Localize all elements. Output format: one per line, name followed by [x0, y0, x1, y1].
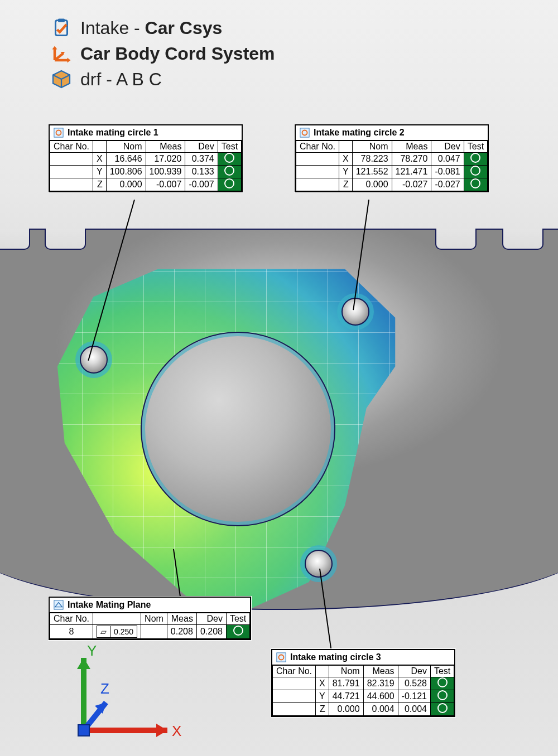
mating-hole-3 — [305, 550, 333, 578]
col-nom: Nom — [141, 613, 167, 625]
test-pass-indicator — [430, 690, 454, 703]
info-row-drf: drf - A B C — [50, 68, 275, 90]
plane-feature-icon — [53, 599, 64, 610]
info-drf-prefix: drf - — [80, 69, 116, 89]
test-pass-indicator — [464, 166, 487, 178]
svg-rect-7 — [277, 653, 286, 662]
col-char-no: Char No. — [50, 141, 93, 153]
col-test: Test — [218, 141, 241, 153]
circle-feature-icon — [276, 652, 287, 663]
callout-intake-mating-plane[interactable]: Intake Mating Plane Char No. Nom Meas De… — [49, 597, 251, 640]
callout-title: Intake mating circle 2 — [314, 128, 405, 138]
col-nom: Nom — [329, 666, 363, 677]
measurement-table: Char No. Nom Meas Dev Test X81.79182.319… — [272, 665, 454, 716]
callout-intake-mating-circle-2[interactable]: Intake mating circle 2 Char No. Nom Meas… — [295, 124, 489, 192]
info-row-csys: Car Body Cord System — [50, 42, 275, 65]
table-row: 8 ⏥ 0.250 0.208 0.208 — [50, 625, 250, 639]
info-intake-bold: Car Csys — [145, 18, 223, 38]
measurement-table: Char No. Nom Meas Dev Test X78.22378.270… — [296, 140, 488, 191]
measurement-table: Char No. Nom Meas Dev Test 8 ⏥ 0.250 0.2… — [50, 613, 250, 639]
table-row: Z0.000-0.027-0.027 — [296, 178, 488, 191]
callout-title: Intake Mating Plane — [68, 600, 151, 610]
tolerance-value: 0.250 — [110, 626, 137, 637]
alignment-info-block: Intake - Car Csys Car Body Cord System d… — [50, 17, 275, 94]
table-row: X81.79182.3190.528 — [273, 677, 454, 690]
col-char-no: Char No. — [296, 141, 339, 153]
col-dev: Dev — [431, 141, 464, 153]
test-pass-indicator — [464, 153, 487, 166]
col-test: Test — [464, 141, 487, 153]
col-char-no: Char No. — [273, 666, 316, 677]
svg-rect-4 — [300, 128, 309, 137]
svg-rect-6 — [54, 600, 63, 609]
test-pass-indicator — [218, 178, 241, 191]
callout-intake-mating-circle-1[interactable]: Intake mating circle 1 Char No. Nom Meas… — [49, 124, 243, 192]
table-row: Y44.72144.600-0.121 — [273, 690, 454, 703]
svg-marker-10 — [156, 724, 167, 737]
table-row: Y121.552121.471-0.081 — [296, 166, 488, 178]
callout-intake-mating-circle-3[interactable]: Intake mating circle 3 Char No. Nom Meas… — [271, 649, 455, 717]
mating-hole-2 — [341, 298, 369, 326]
table-row: X16.64617.0200.374 — [50, 153, 242, 166]
col-meas: Meas — [146, 141, 185, 153]
svg-rect-1 — [58, 19, 65, 22]
info-drf-rest: A B C — [116, 69, 162, 89]
circle-feature-icon — [299, 127, 310, 138]
table-row: Y100.806100.9390.133 — [50, 166, 242, 178]
info-intake-prefix: Intake - — [80, 18, 145, 38]
measurement-table: Char No. Nom Meas Dev Test X16.64617.020… — [50, 140, 242, 191]
test-pass-indicator — [430, 703, 454, 716]
coordinate-triad[interactable]: X Y Z — [61, 647, 184, 747]
flatness-symbol-icon: ⏥ — [97, 626, 110, 637]
col-dev: Dev — [185, 141, 218, 153]
svg-marker-12 — [77, 658, 90, 669]
mating-hole-1 — [80, 346, 108, 374]
test-pass-indicator — [226, 625, 249, 639]
info-csys-label: Car Body Cord System — [80, 43, 275, 64]
col-meas: Meas — [363, 666, 398, 677]
col-test: Test — [430, 666, 454, 677]
col-meas: Meas — [167, 613, 196, 625]
table-row: Z0.0000.0040.004 — [273, 703, 454, 716]
cube-icon — [50, 68, 73, 90]
test-pass-indicator — [218, 166, 241, 178]
col-dev: Dev — [398, 666, 430, 677]
axes-icon — [50, 42, 73, 65]
svg-rect-0 — [56, 21, 68, 36]
col-meas: Meas — [392, 141, 431, 153]
axis-label-z: Z — [100, 680, 109, 697]
test-pass-indicator — [430, 677, 454, 690]
col-test: Test — [226, 613, 249, 625]
col-dev: Dev — [196, 613, 226, 625]
char-no-value: 8 — [50, 625, 93, 639]
flange-center-bore — [141, 332, 335, 526]
callout-title: Intake mating circle 3 — [290, 652, 381, 662]
svg-rect-15 — [78, 725, 89, 736]
table-row: Z0.000-0.007-0.007 — [50, 178, 242, 191]
col-char-no: Char No. — [50, 613, 93, 625]
clipboard-check-icon — [50, 17, 73, 39]
col-nom: Nom — [106, 141, 146, 153]
table-row: X78.22378.2700.047 — [296, 153, 488, 166]
circle-feature-icon — [53, 127, 64, 138]
col-nom: Nom — [352, 141, 392, 153]
axis-label-x: X — [172, 723, 181, 740]
axis-label-y: Y — [87, 642, 97, 660]
test-pass-indicator — [218, 153, 241, 166]
test-pass-indicator — [464, 178, 487, 191]
svg-rect-2 — [54, 128, 63, 137]
callout-title: Intake mating circle 1 — [68, 128, 158, 138]
gdnt-feature-control-frame: ⏥ 0.250 — [97, 626, 137, 638]
info-row-intake: Intake - Car Csys — [50, 17, 275, 39]
